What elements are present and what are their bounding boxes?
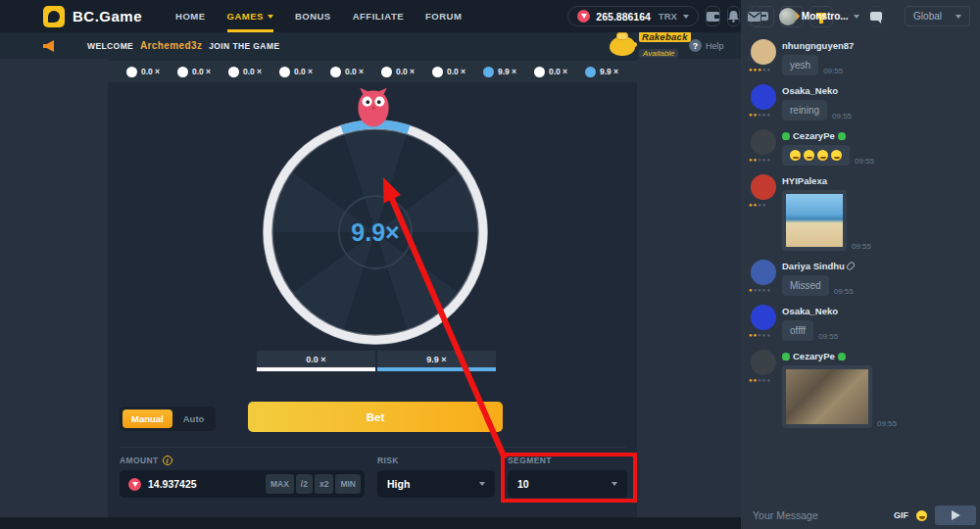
notifications-button[interactable]	[727, 6, 740, 26]
rakeback-title: Rakeback	[639, 31, 691, 42]
rakeback-widget[interactable]: Rakeback Available	[610, 32, 691, 59]
risk-label-row: RISK	[377, 456, 399, 465]
nav-link[interactable]: AFFILIATE	[353, 0, 404, 32]
message-timestamp: 09:55	[834, 287, 854, 296]
history-chip[interactable]: 9.9 ×	[483, 67, 516, 77]
chat-channel-value: Global	[913, 11, 942, 22]
center-multiplier: 9.9×	[351, 218, 399, 246]
avatar[interactable]	[751, 260, 776, 285]
payout-label: 0.0 ×	[257, 351, 375, 367]
chat-channel-dropdown[interactable]: Global	[905, 6, 970, 26]
footer-strip	[0, 517, 741, 529]
chat-toggle-button[interactable]	[869, 6, 883, 26]
amount-quick-button[interactable]: MIN	[335, 474, 361, 494]
risk-label: RISK	[377, 456, 399, 465]
payout-bar[interactable]: 9.9 ×	[377, 351, 496, 371]
gif-button[interactable]: GIF	[894, 510, 908, 520]
messages-button[interactable]	[747, 6, 761, 26]
balance-pill[interactable]: 265.886164 TRX	[567, 6, 698, 26]
dim-badge-icons: ●●	[762, 67, 771, 72]
amount-input[interactable]: 14.937425 MAX /2 x2 MIN	[120, 470, 365, 498]
user-badges: ●●●●●	[749, 157, 782, 163]
chat-image-attachment[interactable]	[782, 365, 872, 428]
chat-panel: Global ●●●●● nhungnguyen	[741, 0, 980, 529]
avatar[interactable]	[751, 350, 776, 375]
history-chip[interactable]: 0.0 ×	[177, 67, 211, 77]
nav-link[interactable]: HOME	[175, 0, 206, 32]
multiplier-value: 0.0 ×	[345, 67, 364, 76]
nav-link[interactable]: GAMES	[227, 0, 273, 32]
avatar[interactable]	[751, 84, 776, 110]
auto-mode-button[interactable]: Auto	[174, 409, 214, 428]
user-menu[interactable]: Monstro...	[779, 8, 859, 25]
chat-image-attachment[interactable]	[782, 190, 847, 251]
dim-badge-icons: ●●●	[758, 157, 771, 163]
history-chip[interactable]: 0.0 ×	[381, 67, 415, 77]
send-button[interactable]	[935, 505, 976, 525]
history-chip[interactable]: 0.0 ×	[228, 67, 262, 77]
nav-link-label: BONUS	[295, 11, 331, 22]
chat-input-bar: Your Message GIF	[741, 502, 980, 529]
avatar[interactable]	[751, 305, 776, 330]
info-icon[interactable]	[163, 456, 172, 465]
nav-link-label: AFFILIATE	[353, 11, 404, 22]
avatar[interactable]	[751, 129, 776, 155]
nav-link[interactable]: BONUS	[295, 0, 331, 32]
bet-button[interactable]: Bet	[248, 402, 503, 432]
amount-quick-button[interactable]: x2	[315, 474, 333, 494]
chat-username[interactable]: HYIPalexa	[782, 175, 827, 186]
risk-dropdown[interactable]: High	[377, 470, 495, 498]
laughing-emoji-icon	[817, 150, 828, 161]
send-icon	[952, 510, 960, 520]
chat-username[interactable]: nhungnguyen87	[782, 40, 854, 51]
history-chip[interactable]: 9.9 ×	[585, 67, 618, 77]
chat-message-input[interactable]: Your Message	[753, 509, 886, 521]
laughing-emoji-icon	[831, 150, 842, 161]
wallet-button[interactable]	[706, 6, 720, 26]
chat-username[interactable]: Osaka_Neko	[782, 85, 838, 96]
multiplier-value: 0.0 ×	[396, 67, 415, 76]
dim-badge-icons: ●●●	[758, 377, 771, 383]
balance-value: 265.886164	[596, 11, 650, 23]
mail-icon	[748, 12, 760, 22]
help-label: Help	[706, 41, 724, 51]
currency-label: TRX	[659, 11, 677, 22]
history-chip[interactable]: 0.0 ×	[534, 67, 567, 77]
multiplier-dot-icon	[534, 67, 545, 77]
avatar	[779, 8, 797, 25]
multiplier-value: 0.0 ×	[243, 67, 262, 76]
gold-badge-icons: ●●	[749, 157, 758, 163]
mode-toggle: Manual Auto	[120, 407, 216, 431]
amount-quick-button[interactable]: /2	[296, 474, 313, 494]
question-icon: ?	[689, 39, 702, 52]
chat-message: ●●●●● Osaka_Neko reining	[749, 82, 972, 120]
payout-bar[interactable]: 0.0 ×	[257, 351, 375, 371]
emoji-picker-button[interactable]	[916, 510, 927, 521]
chat-message: ●●●●● CezaryPe	[749, 348, 972, 428]
chat-message: ●●●● HYIPalexa	[749, 172, 972, 251]
history-chip[interactable]: 0.0 ×	[126, 67, 160, 77]
nav-link[interactable]: FORUM	[425, 0, 462, 32]
history-chip[interactable]: 0.0 ×	[432, 67, 466, 77]
payout-underline	[257, 367, 375, 371]
amount-quick-button[interactable]: MAX	[266, 474, 294, 494]
history-chip[interactable]: 0.0 ×	[330, 67, 364, 77]
welcome-label: WELCOME	[87, 41, 133, 51]
multiplier-dot-icon	[228, 67, 239, 77]
chat-username[interactable]: Osaka_Neko	[782, 306, 838, 316]
laughing-emoji-icon	[804, 150, 814, 161]
chat-bubble-icon	[870, 12, 882, 21]
multiplier-dot-icon	[483, 67, 494, 77]
piggy-bank-icon	[610, 36, 635, 56]
manual-mode-button[interactable]: Manual	[122, 409, 172, 428]
laughing-emoji-icon	[790, 150, 801, 161]
avatar[interactable]	[751, 174, 776, 200]
brand[interactable]: BC.Game	[43, 6, 142, 27]
chat-username[interactable]: CezaryPe	[793, 130, 835, 141]
history-chip[interactable]: 0.0 ×	[279, 67, 313, 77]
chat-username[interactable]: CezaryPe	[793, 351, 835, 361]
chat-username[interactable]: Dariya Sindhu	[782, 261, 845, 271]
help-button[interactable]: ? Help	[689, 32, 724, 59]
avatar[interactable]	[751, 39, 776, 65]
multiplier-dot-icon	[177, 67, 188, 77]
